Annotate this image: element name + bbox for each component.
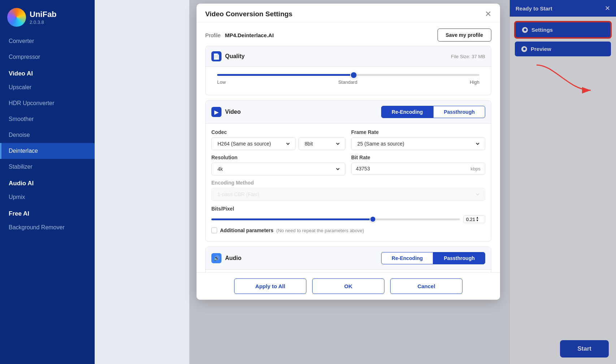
dialog-title: Video Conversion Settings (205, 10, 292, 18)
bit-rate-label: Bit Rate (351, 155, 485, 160)
audio-tab-row: Re-Encoding Passthrough (381, 252, 485, 264)
video-icon: ▶ (211, 107, 221, 117)
sidebar-item-stabilizer[interactable]: Stabilizer (0, 159, 95, 175)
frame-rate-select[interactable]: 25 (Same as source) (351, 137, 485, 150)
sidebar-item-upscaler[interactable]: Upscaler (0, 79, 95, 95)
audio-section: 🔊 Audio Re-Encoding Passthrough Keep the… (205, 247, 491, 272)
bit-rate-input[interactable] (356, 166, 469, 172)
bits-slider-track[interactable] (211, 218, 460, 220)
quality-slider-thumb[interactable] (350, 72, 357, 79)
sidebar-label-background-remover: Background Remover (9, 224, 65, 231)
quality-slider-track[interactable] (217, 74, 479, 76)
encoding-method-select: 1-pass CBR (Fast) (211, 188, 485, 201)
app-name: UniFab (30, 10, 57, 19)
bit-rate-group: Bit Rate kbps (351, 155, 485, 176)
codec-framerate-grid: Codec H264 (Same as source) (211, 129, 485, 150)
quality-header: 📄 Quality File Size: 37 MB (206, 46, 491, 67)
resolution-label: Resolution (211, 155, 345, 160)
sidebar-label-denoise: Denoise (9, 132, 30, 138)
bit-rate-input-wrap: kbps (351, 162, 485, 175)
video-section: ▶ Video Re-Encoding Passthrough (205, 100, 491, 242)
sidebar-label-stabilizer: Stabilizer (9, 164, 33, 170)
quality-high-label: High (470, 79, 479, 85)
profile-row: Profile MP4.Deinterlace.AI Save my profi… (205, 23, 491, 46)
bits-slider-row: 0.21 ▲ ▼ (211, 215, 485, 223)
sidebar-item-upmix[interactable]: Upmix (0, 189, 95, 205)
sidebar-label-compressor: Compressor (9, 54, 40, 60)
profile-label: Profile (205, 32, 221, 38)
apply-all-button[interactable]: Apply to All (234, 278, 306, 294)
main-content: ≡ ─ □ ✕ Ready to Start ✕ Settings (95, 0, 616, 364)
dialog-close-button[interactable]: ✕ (485, 10, 491, 18)
video-title: Video (225, 109, 241, 115)
additional-params-row: Additional parameters (No need to repeat… (211, 228, 485, 233)
dialog-header: Video Conversion Settings ✕ (197, 4, 500, 23)
cancel-button[interactable]: Cancel (390, 278, 462, 294)
codec-dropdown[interactable]: H264 (Same as source) (216, 140, 291, 147)
video-body: Codec H264 (Same as source) (206, 124, 491, 241)
audio-tab-passthrough[interactable]: Passthrough (433, 252, 485, 264)
bits-down-arrow[interactable]: ▼ (476, 219, 479, 222)
ok-button[interactable]: OK (312, 278, 384, 294)
quality-slider-labels: Low Standard High (211, 77, 485, 89)
sidebar-section-audio-ai: Audio AI (0, 175, 95, 189)
bit-select[interactable]: 8bit (298, 137, 345, 150)
frame-rate-label: Frame Rate (351, 129, 485, 135)
encoding-method-group: Encoding Method 1-pass CBR (Fast) (211, 180, 485, 201)
sidebar-label-converter: Converter (9, 38, 34, 44)
encoding-method-label: Encoding Method (211, 180, 485, 186)
video-tab-reencode[interactable]: Re-Encoding (381, 106, 433, 118)
frame-rate-group: Frame Rate 25 (Same as source) (351, 129, 485, 150)
codec-select[interactable]: H264 (Same as source) (211, 137, 296, 150)
audio-tab-reencode[interactable]: Re-Encoding (381, 252, 433, 264)
dialog-body: Profile MP4.Deinterlace.AI Save my profi… (197, 23, 500, 272)
sidebar-label-hdr-upconverter: HDR Upconverter (9, 100, 54, 107)
quality-slider-container (211, 73, 485, 77)
audio-title: Audio (225, 255, 241, 261)
sidebar-item-hdr-upconverter[interactable]: HDR Upconverter (0, 95, 95, 111)
sidebar-section-video-ai: Video AI (0, 65, 95, 79)
sidebar-item-converter[interactable]: Converter (0, 33, 95, 49)
additional-params-label: Additional parameters (220, 228, 273, 233)
sidebar-item-deinterlace[interactable]: Deinterlace (0, 143, 95, 159)
codec-group: Codec H264 (Same as source) (211, 129, 345, 150)
bits-slider-thumb[interactable] (370, 216, 376, 222)
file-size: File Size: 37 MB (451, 54, 485, 59)
sidebar-label-smoother: Smoother (9, 116, 34, 122)
video-header: ▶ Video Re-Encoding Passthrough (206, 101, 491, 124)
sidebar-item-background-remover[interactable]: Background Remover (0, 220, 95, 235)
quality-title: Quality (225, 53, 245, 60)
video-tab-row: Re-Encoding Passthrough (381, 106, 485, 118)
logo-area: UniFab 2.0.3.8 (0, 0, 95, 33)
modal-overlay: Video Conversion Settings ✕ Profile MP4.… (189, 0, 616, 364)
sidebar-item-denoise[interactable]: Denoise (0, 127, 95, 143)
bits-pixel-group: Bits/Pixel 0.21 ▲ (211, 206, 485, 223)
quality-section: 📄 Quality File Size: 37 MB (205, 46, 491, 95)
quality-body: Low Standard High (206, 67, 491, 95)
dialog: Video Conversion Settings ✕ Profile MP4.… (197, 4, 500, 300)
audio-icon: 🔊 (211, 253, 221, 263)
frame-rate-dropdown[interactable]: 25 (Same as source) (356, 140, 481, 147)
bits-pixel-value: 0.21 ▲ ▼ (464, 215, 485, 223)
quality-standard-label: Standard (338, 79, 357, 85)
resolution-dropdown[interactable]: 4k (216, 166, 341, 172)
app-window: UniFab 2.0.3.8 Converter Compressor Vide… (0, 0, 616, 364)
quality-low-label: Low (217, 79, 226, 85)
sidebar-label-deinterlace: Deinterlace (9, 148, 38, 154)
sidebar-item-compressor[interactable]: Compressor (0, 49, 95, 65)
resolution-select[interactable]: 4k (211, 162, 345, 176)
video-tab-passthrough[interactable]: Passthrough (433, 106, 485, 118)
quality-slider-fill (217, 74, 354, 76)
codec-row: H264 (Same as source) 8bit (211, 137, 345, 150)
resolution-group: Resolution 4k (211, 155, 345, 176)
logo-icon (7, 8, 26, 27)
bits-slider-fill (211, 218, 373, 220)
additional-params-checkbox[interactable] (211, 228, 217, 233)
sidebar-label-upmix: Upmix (9, 194, 25, 200)
sidebar: UniFab 2.0.3.8 Converter Compressor Vide… (0, 0, 95, 364)
sidebar-item-smoother[interactable]: Smoother (0, 111, 95, 127)
dialog-footer: Apply to All OK Cancel (197, 272, 500, 300)
encoding-method-dropdown: 1-pass CBR (Fast) (216, 191, 481, 198)
save-profile-button[interactable]: Save my profile (438, 29, 492, 42)
bit-dropdown[interactable]: 8bit (303, 140, 341, 147)
